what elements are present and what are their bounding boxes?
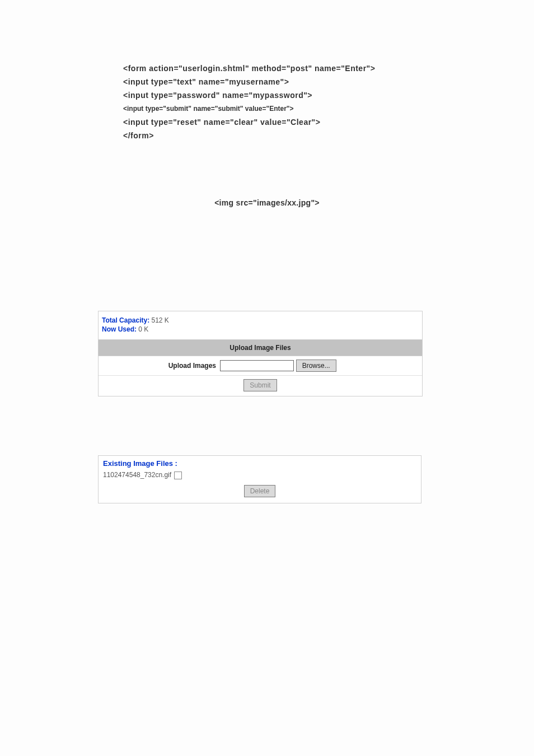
upload-images-label: Upload Images [99,362,218,370]
capacity-info: Total Capacity: 512 K Now Used: 0 K [99,311,422,339]
existing-files-panel: Existing Image Files : 1102474548_732cn.… [98,455,421,503]
now-used-label: Now Used: [102,325,137,333]
total-capacity-label: Total Capacity: [102,316,149,324]
delete-row: Delete [103,485,416,497]
file-name: 1102474548_732cn.gif [103,471,171,479]
upload-row: Upload Images Browse... [99,356,422,375]
img-tag-sample: <img src="images/xx.jpg"> [0,198,534,207]
browse-button[interactable]: Browse... [296,360,336,372]
file-checkbox[interactable] [174,472,182,479]
upload-section-header: Upload Image Files [99,339,422,356]
delete-button[interactable]: Delete [244,485,276,497]
now-used-value: 0 K [138,325,148,333]
submit-row: Submit [99,375,422,396]
total-capacity-value: 512 K [151,316,168,324]
code-line: <input type="password" name="mypassword"… [123,88,534,102]
file-path-input[interactable] [220,360,294,371]
code-line: <input type="reset" name="clear" value="… [123,115,534,129]
code-line: <form action="userlogin.shtml" method="p… [123,62,534,75]
code-line: <input type="submit" name="submit" value… [123,102,534,115]
upload-panel: Total Capacity: 512 K Now Used: 0 K Uplo… [98,311,423,396]
submit-button[interactable]: Submit [243,379,277,391]
code-line: <input type="text" name="myusername"> [123,75,534,88]
file-row: 1102474548_732cn.gif [103,471,416,479]
code-line: </form> [123,129,534,142]
existing-files-heading: Existing Image Files : [103,459,416,468]
code-sample-block: <form action="userlogin.shtml" method="p… [123,62,534,142]
